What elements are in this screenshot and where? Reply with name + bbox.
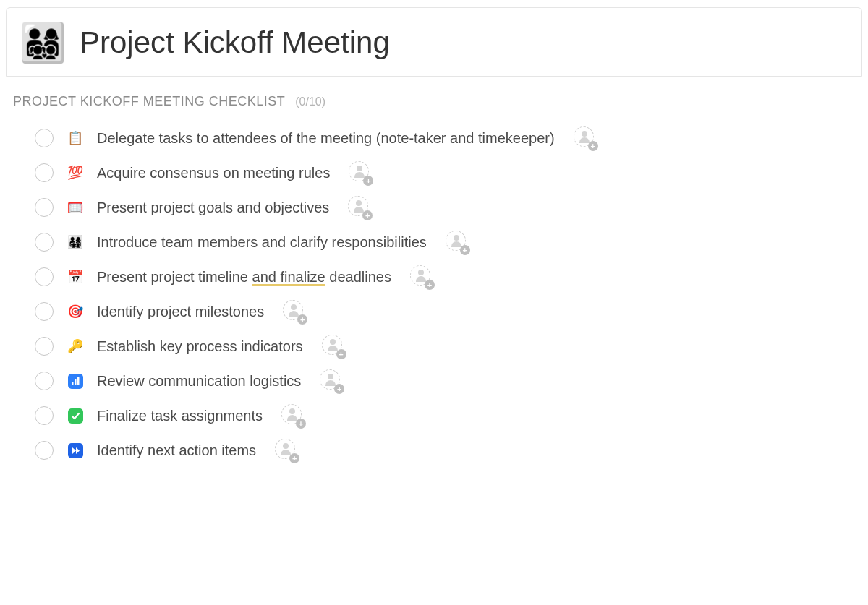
- assignee-add[interactable]: +: [410, 265, 433, 288]
- assignee-add[interactable]: +: [349, 161, 372, 184]
- checkbox[interactable]: [35, 337, 54, 356]
- assignee-add[interactable]: +: [322, 335, 345, 358]
- checkbox[interactable]: [35, 267, 54, 286]
- list-item-label: Present project goals and objectives: [97, 199, 329, 216]
- hundred-icon: 💯: [67, 165, 84, 181]
- checkbox[interactable]: [35, 163, 54, 182]
- svg-rect-2: [77, 377, 80, 385]
- label-text: Present project timeline: [97, 269, 252, 285]
- list-item[interactable]: 💯 Acquire consensus on meeting rules +: [0, 155, 868, 190]
- list-item-label: Introduce team members and clarify respo…: [97, 234, 427, 251]
- list-item-label: Identify next action items: [97, 442, 256, 459]
- goal-net-icon: 🥅: [67, 199, 84, 215]
- assignee-add[interactable]: +: [320, 369, 343, 392]
- label-underline: and finalize: [252, 269, 326, 286]
- checkbox[interactable]: [35, 233, 54, 252]
- list-item-label: Acquire consensus on meeting rules: [97, 165, 330, 181]
- list-item-label: Identify project milestones: [97, 304, 264, 320]
- svg-rect-1: [75, 379, 77, 385]
- list-item-label: Review communication logistics: [97, 373, 301, 390]
- section-header: PROJECT KICKOFF MEETING CHECKLIST (0/10): [0, 77, 868, 115]
- list-item[interactable]: 🎯 Identify project milestones +: [0, 294, 868, 329]
- checkbox[interactable]: [35, 302, 54, 321]
- clipboard-icon: 📋: [67, 130, 84, 146]
- checkbox[interactable]: [35, 441, 54, 460]
- family-small-icon: 👨‍👩‍👧‍👦: [67, 234, 84, 250]
- assignee-add[interactable]: +: [275, 439, 298, 462]
- calendar-icon: 📅: [67, 269, 84, 285]
- page-header: 👨‍👩‍👧‍👦 Project Kickoff Meeting: [6, 7, 862, 77]
- section-count: (0/10): [295, 95, 326, 108]
- assignee-add[interactable]: +: [574, 126, 597, 150]
- list-item[interactable]: Finalize task assignments +: [0, 398, 868, 433]
- target-icon: 🎯: [67, 304, 84, 319]
- list-item[interactable]: 📅 Present project timeline and finalize …: [0, 259, 868, 294]
- label-text: deadlines: [326, 269, 391, 285]
- family-icon: 👨‍👩‍👧‍👦: [20, 24, 67, 61]
- checkbox[interactable]: [35, 372, 54, 390]
- key-icon: 🔑: [67, 338, 84, 354]
- list-item-label: Present project timeline and finalize de…: [97, 269, 391, 286]
- list-item-label: Delegate tasks to attendees of the meeti…: [97, 130, 555, 147]
- list-item[interactable]: 👨‍👩‍👧‍👦 Introduce team members and clari…: [0, 225, 868, 259]
- list-item-label: Establish key process indicators: [97, 338, 303, 355]
- checkbox[interactable]: [35, 129, 54, 147]
- assignee-add[interactable]: +: [283, 300, 306, 323]
- checkbox[interactable]: [35, 406, 54, 425]
- checkbox[interactable]: [35, 198, 54, 217]
- list-item[interactable]: 🥅 Present project goals and objectives +: [0, 190, 868, 225]
- check-tile-icon: [67, 408, 84, 424]
- list-item[interactable]: Identify next action items +: [0, 433, 868, 468]
- section-title: PROJECT KICKOFF MEETING CHECKLIST: [13, 94, 285, 109]
- list-item[interactable]: Review communication logistics +: [0, 364, 868, 398]
- page-title: Project Kickoff Meeting: [80, 25, 390, 60]
- list-item[interactable]: 📋 Delegate tasks to attendees of the mee…: [0, 121, 868, 155]
- bar-chart-icon: [67, 374, 84, 389]
- list-item[interactable]: 🔑 Establish key process indicators +: [0, 329, 868, 364]
- checklist: 📋 Delegate tasks to attendees of the mee…: [0, 115, 868, 468]
- next-tile-icon: [67, 443, 84, 458]
- assignee-add[interactable]: +: [446, 231, 469, 254]
- svg-rect-0: [72, 382, 74, 385]
- list-item-label: Finalize task assignments: [97, 408, 263, 424]
- assignee-add[interactable]: +: [281, 404, 305, 427]
- assignee-add[interactable]: +: [348, 196, 371, 219]
